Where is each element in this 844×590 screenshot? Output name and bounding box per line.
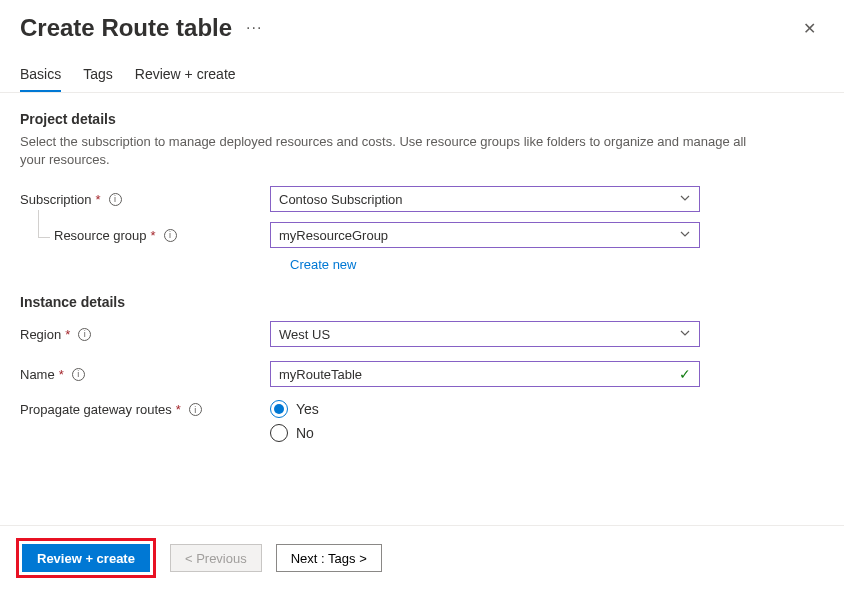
propagate-label: Propagate gateway routes * i [20, 400, 270, 417]
info-icon[interactable]: i [109, 193, 122, 206]
page-header: Create Route table ··· ✕ [0, 0, 844, 50]
subscription-select[interactable]: Contoso Subscription [270, 186, 700, 212]
region-row: Region * i West US [20, 320, 824, 348]
create-new-link[interactable]: Create new [290, 257, 824, 272]
tab-basics[interactable]: Basics [20, 66, 61, 92]
review-create-highlight: Review + create [16, 538, 156, 578]
resource-group-label-text: Resource group [54, 228, 147, 243]
previous-button: < Previous [170, 544, 262, 572]
name-input[interactable]: myRouteTable ✓ [270, 361, 700, 387]
region-label-text: Region [20, 327, 61, 342]
radio-icon [270, 424, 288, 442]
checkmark-icon: ✓ [679, 366, 691, 382]
footer-actions: Review + create < Previous Next : Tags > [0, 525, 844, 590]
name-value: myRouteTable [279, 367, 362, 382]
propagate-yes-radio[interactable]: Yes [270, 400, 319, 418]
required-asterisk: * [176, 402, 181, 417]
propagate-no-label: No [296, 425, 314, 441]
propagate-no-radio[interactable]: No [270, 424, 319, 442]
required-asterisk: * [65, 327, 70, 342]
info-icon[interactable]: i [164, 229, 177, 242]
radio-icon-selected [270, 400, 288, 418]
instance-details-heading: Instance details [20, 294, 824, 310]
propagate-yes-label: Yes [296, 401, 319, 417]
chevron-down-icon [679, 327, 691, 342]
region-label: Region * i [20, 327, 270, 342]
tab-bar: Basics Tags Review + create [0, 50, 844, 93]
subscription-label: Subscription * i [20, 192, 270, 207]
resource-group-row: Resource group * i myResourceGroup [20, 221, 824, 249]
project-details-heading: Project details [20, 111, 824, 127]
tab-review-create[interactable]: Review + create [135, 66, 236, 92]
name-label: Name * i [20, 367, 270, 382]
required-asterisk: * [59, 367, 64, 382]
subscription-label-text: Subscription [20, 192, 92, 207]
page-title: Create Route table [20, 14, 232, 42]
resource-group-value: myResourceGroup [279, 228, 388, 243]
resource-group-label: Resource group * i [20, 228, 270, 243]
info-icon[interactable]: i [189, 403, 202, 416]
next-button[interactable]: Next : Tags > [276, 544, 382, 572]
name-label-text: Name [20, 367, 55, 382]
propagate-row: Propagate gateway routes * i Yes No [20, 400, 824, 442]
tab-tags[interactable]: Tags [83, 66, 113, 92]
resource-group-select[interactable]: myResourceGroup [270, 222, 700, 248]
project-details-description: Select the subscription to manage deploy… [20, 133, 760, 169]
subscription-value: Contoso Subscription [279, 192, 403, 207]
subscription-row: Subscription * i Contoso Subscription [20, 185, 824, 213]
required-asterisk: * [151, 228, 156, 243]
required-asterisk: * [96, 192, 101, 207]
name-row: Name * i myRouteTable ✓ [20, 360, 824, 388]
propagate-radio-group: Yes No [270, 400, 319, 442]
info-icon[interactable]: i [72, 368, 85, 381]
chevron-down-icon [679, 192, 691, 207]
region-value: West US [279, 327, 330, 342]
close-icon[interactable]: ✕ [795, 15, 824, 42]
form-content: Project details Select the subscription … [0, 93, 844, 470]
info-icon[interactable]: i [78, 328, 91, 341]
review-create-button[interactable]: Review + create [22, 544, 150, 572]
region-select[interactable]: West US [270, 321, 700, 347]
tree-indent-line [38, 210, 50, 238]
more-actions-icon[interactable]: ··· [246, 19, 262, 37]
propagate-label-text: Propagate gateway routes [20, 402, 172, 417]
chevron-down-icon [679, 228, 691, 243]
